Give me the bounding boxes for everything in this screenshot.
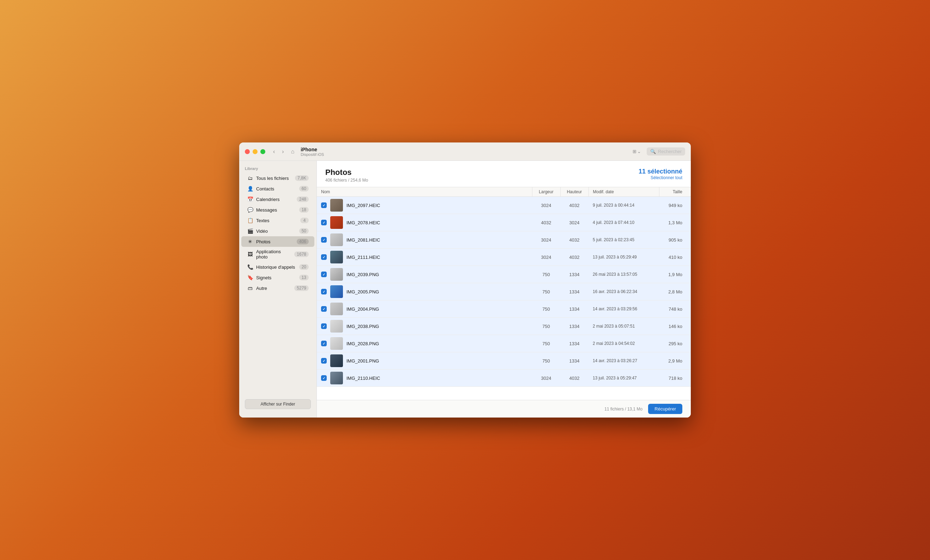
sidebar-item-video[interactable]: 🎬Vidéo50 — [241, 226, 314, 236]
file-hauteur-7: 1334 — [560, 318, 588, 335]
file-largeur-8: 750 — [532, 335, 560, 352]
autre-label: Autre — [256, 286, 291, 291]
file-largeur-2: 3024 — [532, 231, 560, 249]
sidebar-item-messages[interactable]: 💬Messages18 — [241, 205, 314, 215]
file-taille-5: 2,8 Mo — [659, 283, 691, 300]
file-date-6: 14 avr. 2023 à 03:29:56 — [588, 300, 659, 318]
messages-icon: 💬 — [247, 207, 253, 213]
content-area: Photos 406 fichiers / 254,6 Mo 11 sélect… — [317, 161, 691, 417]
view-toggle-button[interactable]: ⊞ ⌄ — [630, 148, 644, 155]
file-checkbox-9[interactable] — [321, 358, 327, 363]
file-name-2: IMG_2081.HEIC — [346, 237, 380, 243]
file-thumbnail-3 — [330, 251, 343, 263]
file-thumbnail-10 — [330, 372, 343, 385]
content-title: Photos — [325, 168, 368, 177]
table-row[interactable]: IMG_2001.PNG750133414 avr. 2023 à 03:26:… — [317, 352, 691, 369]
sidebar-item-calendriers[interactable]: 📅Calendriers248 — [241, 194, 314, 205]
file-date-8: 2 mai 2023 à 04:54:02 — [588, 335, 659, 352]
file-table-container: Nom Largeur Hauteur Modif. date Taille I… — [317, 187, 691, 400]
maximize-button[interactable] — [260, 149, 265, 154]
file-checkbox-3[interactable] — [321, 254, 327, 260]
video-count: 50 — [299, 228, 309, 234]
table-row[interactable]: IMG_2039.PNG750133426 mai 2023 à 13:57:0… — [317, 266, 691, 283]
sidebar-item-photos[interactable]: ✳Photos406 — [241, 236, 314, 247]
file-hauteur-4: 1334 — [560, 266, 588, 283]
minimize-button[interactable] — [253, 149, 257, 154]
historique-icon: 📞 — [247, 264, 253, 270]
autre-icon: 🗃 — [247, 285, 253, 291]
file-checkbox-10[interactable] — [321, 375, 327, 381]
table-header-row: Nom Largeur Hauteur Modif. date Taille — [317, 187, 691, 197]
file-hauteur-3: 4032 — [560, 249, 588, 266]
file-checkbox-4[interactable] — [321, 272, 327, 277]
search-box[interactable]: 🔍 Rechercher — [647, 148, 685, 155]
file-table-body: IMG_2097.HEIC302440329 juil. 2023 à 00:4… — [317, 197, 691, 387]
file-checkbox-2[interactable] — [321, 237, 327, 243]
file-thumbnail-7 — [330, 320, 343, 332]
table-row[interactable]: IMG_2111.HEIC3024403213 juil. 2023 à 05:… — [317, 249, 691, 266]
sidebar-item-signets[interactable]: 🔖Signets13 — [241, 272, 314, 283]
file-largeur-3: 3024 — [532, 249, 560, 266]
table-row[interactable]: IMG_2005.PNG750133416 avr. 2023 à 06:22:… — [317, 283, 691, 300]
applications-photo-icon: 🖼 — [247, 251, 253, 257]
col-header-nom: Nom — [317, 187, 532, 197]
file-checkbox-5[interactable] — [321, 289, 327, 294]
close-button[interactable] — [245, 149, 250, 154]
file-checkbox-6[interactable] — [321, 306, 327, 312]
contacts-icon: 👤 — [247, 186, 253, 192]
file-name-0: IMG_2097.HEIC — [346, 203, 380, 208]
sidebar: Library 🗂Tous les fichiers7,8K👤Contacts6… — [239, 161, 317, 417]
file-name-7: IMG_2038.PNG — [346, 324, 379, 329]
file-thumbnail-4 — [330, 268, 343, 281]
content-subtitle: 406 fichiers / 254,6 Mo — [325, 178, 368, 183]
applications-photo-count: 1678 — [294, 251, 309, 257]
file-largeur-9: 750 — [532, 352, 560, 369]
sidebar-item-tous-fichiers[interactable]: 🗂Tous les fichiers7,8K — [241, 173, 314, 183]
table-row[interactable]: IMG_2004.PNG750133414 avr. 2023 à 03:29:… — [317, 300, 691, 318]
file-checkbox-0[interactable] — [321, 202, 327, 208]
file-thumbnail-2 — [330, 234, 343, 246]
sidebar-items-container: 🗂Tous les fichiers7,8K👤Contacts60📅Calend… — [239, 173, 316, 294]
table-row[interactable]: IMG_2038.PNG75013342 mai 2023 à 05:07:51… — [317, 318, 691, 335]
file-taille-0: 949 ko — [659, 197, 691, 214]
file-largeur-6: 750 — [532, 300, 560, 318]
file-checkbox-1[interactable] — [321, 220, 327, 225]
file-date-0: 9 juil. 2023 à 00:44:14 — [588, 197, 659, 214]
table-row[interactable]: IMG_2097.HEIC302440329 juil. 2023 à 00:4… — [317, 197, 691, 214]
file-taille-2: 905 ko — [659, 231, 691, 249]
file-taille-3: 410 ko — [659, 249, 691, 266]
signets-count: 13 — [299, 275, 309, 280]
recover-button[interactable]: Récupérer — [648, 404, 682, 414]
file-date-5: 16 avr. 2023 à 06:22:34 — [588, 283, 659, 300]
table-row[interactable]: IMG_2078.HEIC403230244 juil. 2023 à 07:4… — [317, 214, 691, 231]
col-header-hauteur: Hauteur — [560, 187, 588, 197]
file-taille-10: 718 ko — [659, 369, 691, 387]
content-header: Photos 406 fichiers / 254,6 Mo 11 sélect… — [317, 161, 691, 187]
table-row[interactable]: IMG_2028.PNG75013342 mai 2023 à 04:54:02… — [317, 335, 691, 352]
sidebar-item-textes[interactable]: 📋Textes4 — [241, 215, 314, 226]
file-thumbnail-8 — [330, 337, 343, 350]
home-button[interactable]: ⌂ — [289, 147, 297, 156]
sidebar-item-historique[interactable]: 📞Historique d'appels20 — [241, 262, 314, 272]
file-hauteur-9: 1334 — [560, 352, 588, 369]
select-all-button[interactable]: Sélectionner tout — [639, 175, 682, 180]
sidebar-item-autre[interactable]: 🗃Autre5279 — [241, 283, 314, 294]
file-date-1: 4 juil. 2023 à 07:44:10 — [588, 214, 659, 231]
file-name-cell-4: IMG_2039.PNG — [317, 266, 532, 283]
sidebar-item-applications-photo[interactable]: 🖼Applications photo1678 — [241, 247, 314, 262]
device-subtitle: Dispositif iOS — [300, 152, 324, 157]
table-row[interactable]: IMG_2110.HEIC3024403213 juil. 2023 à 05:… — [317, 369, 691, 387]
file-hauteur-1: 3024 — [560, 214, 588, 231]
sidebar-footer: Afficher sur Finder — [239, 395, 316, 413]
file-checkbox-7[interactable] — [321, 323, 327, 329]
forward-button[interactable]: › — [280, 147, 286, 156]
table-row[interactable]: IMG_2081.HEIC302440325 juil. 2023 à 02:2… — [317, 231, 691, 249]
file-checkbox-8[interactable] — [321, 341, 327, 346]
selection-info: 11 sélectionné Sélectionner tout — [639, 168, 682, 180]
sidebar-item-contacts[interactable]: 👤Contacts60 — [241, 183, 314, 194]
finder-button[interactable]: Afficher sur Finder — [245, 399, 311, 409]
back-button[interactable]: ‹ — [271, 147, 277, 156]
file-name-cell-1: IMG_2078.HEIC — [317, 214, 532, 231]
historique-count: 20 — [299, 264, 309, 270]
col-header-taille: Taille — [659, 187, 691, 197]
